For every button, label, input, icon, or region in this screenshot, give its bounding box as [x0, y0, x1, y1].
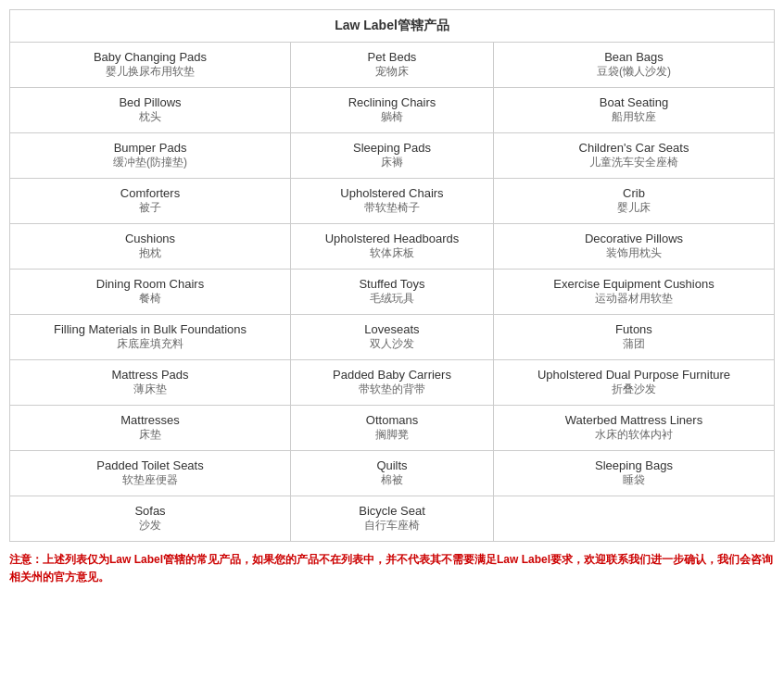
- product-name-en: Upholstered Headboards: [300, 232, 484, 245]
- product-name-en: Bean Bags: [503, 50, 765, 64]
- product-name-zh: 枕头: [19, 109, 281, 125]
- product-name-zh: 带软垫的背带: [300, 382, 484, 397]
- table-cell: Futons蒲团: [493, 315, 774, 360]
- table-header: Law Label管辖产品: [10, 10, 775, 43]
- table-cell: Waterbed Mattress Liners水床的软体内衬: [493, 406, 774, 451]
- product-name-en: Futons: [503, 322, 765, 336]
- table-cell: Cushions抱枕: [10, 224, 291, 270]
- product-name-en: Mattresses: [19, 413, 281, 427]
- product-name-en: Cushions: [19, 232, 281, 245]
- table-cell: Filling Materials in Bulk Foundations床底座…: [10, 315, 291, 360]
- product-name-zh: 折叠沙发: [503, 382, 765, 397]
- product-name-en: Boat Seating: [503, 95, 765, 109]
- product-name-en: Crib: [503, 186, 765, 200]
- product-name-zh: 水床的软体内衬: [503, 427, 765, 443]
- product-name-zh: 睡袋: [503, 472, 765, 488]
- product-name-en: Stuffed Toys: [300, 277, 484, 291]
- product-name-en: Baby Changing Pads: [19, 50, 281, 64]
- table-row: Comforters被子Upholstered Chairs带软垫椅子Crib婴…: [10, 179, 775, 224]
- table-cell: Decorative Pillows装饰用枕头: [493, 224, 774, 270]
- product-name-zh: 餐椅: [19, 291, 281, 307]
- table-cell: Crib婴儿床: [493, 179, 774, 224]
- table-row: Bumper Pads缓冲垫(防撞垫)Sleeping Pads床褥Childr…: [10, 133, 775, 179]
- table-cell: Mattress Pads薄床垫: [10, 360, 291, 406]
- table-cell: Children's Car Seats儿童洗车安全座椅: [493, 133, 774, 179]
- product-name-en: Pet Beds: [300, 50, 484, 64]
- product-name-zh: 儿童洗车安全座椅: [503, 155, 765, 170]
- table-row: Cushions抱枕Upholstered Headboards软体床板Deco…: [10, 224, 775, 270]
- table-row: Padded Toilet Seats软垫座便器Quilts棉被Sleeping…: [10, 451, 775, 496]
- product-name-zh: 装饰用枕头: [503, 245, 765, 261]
- table-row: Sofas沙发Bicycle Seat自行车座椅: [10, 496, 775, 542]
- table-cell: Sleeping Bags睡袋: [493, 451, 774, 496]
- product-name-en: Bicycle Seat: [300, 504, 484, 518]
- table-cell: Quilts棉被: [291, 451, 494, 496]
- product-name-zh: 躺椅: [300, 109, 484, 125]
- product-name-en: Mattress Pads: [19, 368, 281, 382]
- table-cell: Comforters被子: [10, 179, 291, 224]
- product-name-zh: 婴儿床: [503, 200, 765, 216]
- product-name-en: Padded Toilet Seats: [19, 458, 281, 472]
- product-name-en: Filling Materials in Bulk Foundations: [19, 322, 281, 336]
- product-name-zh: 搁脚凳: [300, 427, 484, 443]
- table-cell: Loveseats双人沙发: [291, 315, 494, 360]
- table-cell: Pet Beds宠物床: [291, 43, 494, 88]
- product-name-zh: 床褥: [300, 155, 484, 170]
- product-name-en: Bed Pillows: [19, 95, 281, 109]
- product-name-zh: 抱枕: [19, 245, 281, 261]
- table-cell: Stuffed Toys毛绒玩具: [291, 270, 494, 315]
- product-name-zh: 床底座填充料: [19, 336, 281, 352]
- note-text: 注意：上述列表仅为Law Label管辖的常见产品，如果您的产品不在列表中，并不…: [9, 551, 775, 586]
- table-cell: Upholstered Dual Purpose Furniture折叠沙发: [493, 360, 774, 406]
- table-cell: Boat Seating船用软座: [493, 88, 774, 133]
- table-cell: Sofas沙发: [10, 496, 291, 542]
- product-name-zh: 床垫: [19, 427, 281, 443]
- product-name-en: Loveseats: [300, 322, 484, 336]
- product-name-zh: 软垫座便器: [19, 472, 281, 488]
- product-name-zh: 豆袋(懒人沙发): [503, 64, 765, 80]
- product-name-zh: 运动器材用软垫: [503, 291, 765, 307]
- product-name-en: Ottomans: [300, 413, 484, 427]
- table-cell: Padded Toilet Seats软垫座便器: [10, 451, 291, 496]
- table-row: Mattress Pads薄床垫Padded Baby Carriers带软垫的…: [10, 360, 775, 406]
- table-row: Bed Pillows枕头Reclining Chairs躺椅Boat Seat…: [10, 88, 775, 133]
- product-name-zh: 软体床板: [300, 245, 484, 261]
- table-cell: Mattresses床垫: [10, 406, 291, 451]
- product-name-en: Comforters: [19, 186, 281, 200]
- table-cell: Bicycle Seat自行车座椅: [291, 496, 494, 542]
- products-table: Law Label管辖产品 Baby Changing Pads婴儿换尿布用软垫…: [9, 9, 775, 542]
- table-cell: Sleeping Pads床褥: [291, 133, 494, 179]
- table-cell: Bean Bags豆袋(懒人沙发): [493, 43, 774, 88]
- table-cell: Dining Room Chairs餐椅: [10, 270, 291, 315]
- product-name-en: Padded Baby Carriers: [300, 368, 484, 382]
- product-name-zh: 双人沙发: [300, 336, 484, 352]
- page-container: Law Label管辖产品 Baby Changing Pads婴儿换尿布用软垫…: [0, 0, 784, 596]
- product-name-en: Quilts: [300, 458, 484, 472]
- product-name-zh: 沙发: [19, 518, 281, 533]
- product-name-zh: 棉被: [300, 472, 484, 488]
- product-name-en: Bumper Pads: [19, 141, 281, 155]
- product-name-zh: 被子: [19, 200, 281, 216]
- product-name-en: Upholstered Chairs: [300, 186, 484, 200]
- note-label: 注意：上述列表仅为Law Label管辖的常见产品，如果您的产品不在列表中，并不…: [9, 553, 773, 583]
- product-name-en: Sleeping Bags: [503, 458, 765, 472]
- table-row: Baby Changing Pads婴儿换尿布用软垫Pet Beds宠物床Bea…: [10, 43, 775, 88]
- product-name-en: Decorative Pillows: [503, 232, 765, 245]
- table-cell: Bed Pillows枕头: [10, 88, 291, 133]
- table-cell: Upholstered Headboards软体床板: [291, 224, 494, 270]
- product-name-en: Reclining Chairs: [300, 95, 484, 109]
- table-cell: [493, 496, 774, 542]
- product-name-zh: 自行车座椅: [300, 518, 484, 533]
- product-name-en: Sleeping Pads: [300, 141, 484, 155]
- product-name-en: Sofas: [19, 504, 281, 518]
- table-cell: Baby Changing Pads婴儿换尿布用软垫: [10, 43, 291, 88]
- table-row: Filling Materials in Bulk Foundations床底座…: [10, 315, 775, 360]
- product-name-zh: 蒲团: [503, 336, 765, 352]
- product-name-zh: 缓冲垫(防撞垫): [19, 155, 281, 170]
- product-name-zh: 宠物床: [300, 64, 484, 80]
- product-name-zh: 薄床垫: [19, 382, 281, 397]
- table-cell: Exercise Equipment Cushions运动器材用软垫: [493, 270, 774, 315]
- table-cell: Upholstered Chairs带软垫椅子: [291, 179, 494, 224]
- table-cell: Bumper Pads缓冲垫(防撞垫): [10, 133, 291, 179]
- product-name-en: Children's Car Seats: [503, 141, 765, 155]
